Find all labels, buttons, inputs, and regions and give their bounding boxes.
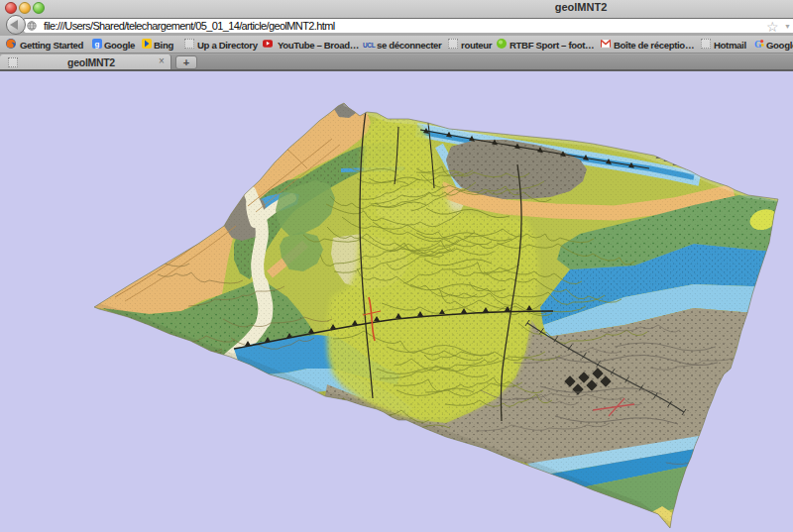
svg-text:g: g — [95, 40, 100, 49]
